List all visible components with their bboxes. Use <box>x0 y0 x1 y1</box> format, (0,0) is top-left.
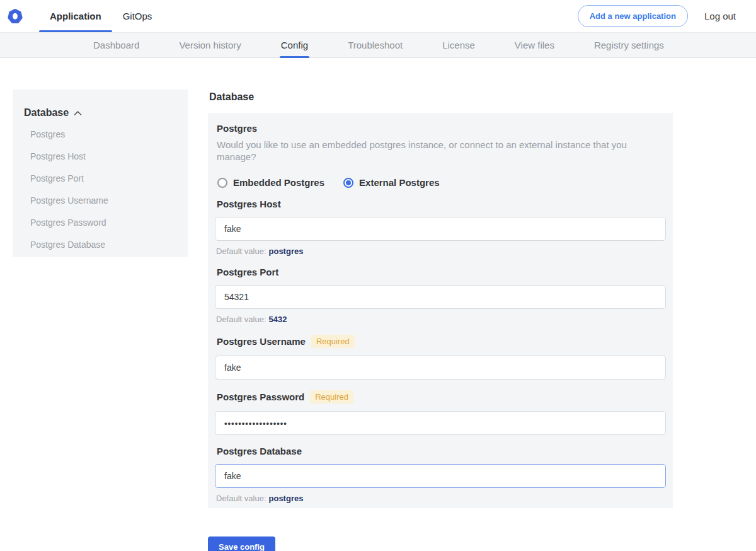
config-sidebar: Database Postgres Postgres Host Postgres… <box>13 90 188 257</box>
postgres-radio-group: Embedded Postgres External Postgres <box>217 177 666 188</box>
default-value-line: Default value:postgres <box>216 494 666 503</box>
postgres-password-input[interactable] <box>215 411 666 435</box>
admin-console: Application GitOps Add a new application… <box>0 0 756 551</box>
top-nav-bar: Application GitOps Add a new application… <box>0 0 756 32</box>
subnav-view-files[interactable]: View files <box>515 33 554 57</box>
save-config-button[interactable]: Save config <box>208 536 275 551</box>
default-value-prefix: Default value: <box>216 315 266 324</box>
subnav-license[interactable]: License <box>442 33 475 57</box>
app-logo-icon[interactable] <box>6 8 24 25</box>
subnav-troubleshoot[interactable]: Troubleshoot <box>348 33 403 57</box>
sidebar-group-label: Database <box>24 107 69 119</box>
tab-gitops-label: GitOps <box>123 11 152 21</box>
field-label: Postgres Host <box>217 199 281 209</box>
group-label-postgres: Postgres <box>217 123 666 134</box>
config-content: Database Postgres Postgres Host Postgres… <box>0 58 756 551</box>
default-value: postgres <box>269 494 304 503</box>
config-main: Database Postgres Would you like to use … <box>208 90 673 551</box>
required-badge: Required <box>311 335 355 348</box>
radio-external-postgres-label: External Postgres <box>359 177 440 188</box>
config-group-card: Postgres Would you like to use an embedd… <box>208 113 673 508</box>
radio-selected-icon <box>343 178 353 188</box>
required-badge: Required <box>310 390 353 403</box>
sidebar-item-postgres-database[interactable]: Postgres Database <box>24 239 176 251</box>
logout-button[interactable]: Log out <box>704 11 736 21</box>
subnav-config[interactable]: Config <box>281 33 308 57</box>
field-postgres-host: Postgres Host Default value:postgres <box>215 199 666 256</box>
subnav-dashboard[interactable]: Dashboard <box>93 33 139 57</box>
subnav-version-history[interactable]: Version history <box>179 33 241 57</box>
sidebar-item-postgres-username[interactable]: Postgres Username <box>24 195 176 207</box>
field-postgres-port: Postgres Port Default value:5432 <box>215 267 666 324</box>
default-value-line: Default value:postgres <box>216 246 666 256</box>
default-value-prefix: Default value: <box>216 246 266 256</box>
postgres-database-input[interactable] <box>215 464 666 488</box>
sidebar-item-postgres-host[interactable]: Postgres Host <box>24 151 176 163</box>
field-postgres-password: Postgres Password Required <box>215 390 666 435</box>
field-label: Postgres Password <box>217 392 304 402</box>
group-help-text: Would you like to use an embedded postgr… <box>217 139 666 163</box>
field-postgres-username: Postgres Username Required <box>215 335 666 380</box>
chevron-up-icon <box>74 110 82 116</box>
sidebar-items: Postgres Postgres Host Postgres Port Pos… <box>24 129 176 251</box>
radio-external-postgres[interactable]: External Postgres <box>343 177 440 188</box>
radio-unselected-icon <box>217 178 227 188</box>
postgres-host-input[interactable] <box>215 217 666 241</box>
sidebar-group-database[interactable]: Database <box>24 107 176 119</box>
postgres-port-input[interactable] <box>215 285 666 309</box>
page-title: Database <box>209 91 673 103</box>
subnav-registry-settings[interactable]: Registry settings <box>594 33 664 57</box>
app-subnav: Dashboard Version history Config Trouble… <box>0 32 756 58</box>
tab-gitops[interactable]: GitOps <box>112 0 163 32</box>
field-label: Postgres Database <box>217 446 302 456</box>
tab-application-label: Application <box>50 11 101 21</box>
field-postgres-database: Postgres Database Default value:postgres <box>215 446 666 503</box>
radio-embedded-postgres[interactable]: Embedded Postgres <box>217 177 324 188</box>
default-value: 5432 <box>269 315 287 324</box>
field-label: Postgres Port <box>217 267 278 277</box>
add-application-button[interactable]: Add a new application <box>578 5 688 27</box>
postgres-username-input[interactable] <box>215 356 666 380</box>
field-label: Postgres Username <box>217 336 306 347</box>
sidebar-item-postgres-port[interactable]: Postgres Port <box>24 173 176 185</box>
top-tabs: Application GitOps <box>39 0 163 32</box>
sidebar-item-postgres-password[interactable]: Postgres Password <box>24 217 176 229</box>
radio-embedded-postgres-label: Embedded Postgres <box>233 177 324 188</box>
tab-application[interactable]: Application <box>39 0 112 32</box>
default-value-prefix: Default value: <box>216 494 266 503</box>
sidebar-item-postgres[interactable]: Postgres <box>24 129 176 141</box>
default-value: postgres <box>269 246 304 256</box>
default-value-line: Default value:5432 <box>216 315 666 324</box>
